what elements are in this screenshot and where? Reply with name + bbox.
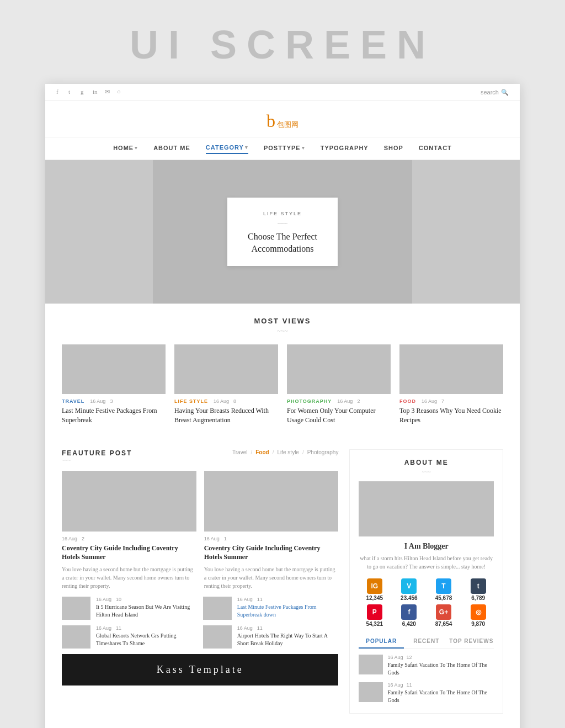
nav-home[interactable]: HOME ▾	[113, 142, 138, 154]
hero-slider: LIFE STYLE ~~~ Choose The Perfect Accomm…	[45, 160, 520, 304]
spl-date-0: 16 Aug	[387, 655, 403, 660]
search-icon[interactable]: 🔍	[501, 89, 509, 96]
mv-meta-3: FOOD 16 Aug 7	[399, 398, 503, 404]
instagram-icon[interactable]: IG	[367, 578, 382, 594]
nav-posttype[interactable]: POSTTYPE ▾	[264, 142, 305, 154]
sp-title-3: Airport Hotels The Right Way To Start A …	[237, 632, 339, 647]
mv-date-val-0: 16 Aug	[90, 398, 105, 404]
logo-b: b	[266, 111, 275, 131]
nav-category-label: CATEGORY	[206, 144, 244, 151]
tab-popular[interactable]: POPULAR	[359, 635, 404, 649]
facebook-icon[interactable]: f	[56, 88, 64, 96]
filter-lifestyle[interactable]: Life style	[277, 449, 299, 455]
mv-date-3: 16 Aug 7	[422, 398, 444, 404]
social-icons-bar: f t g in ✉ ○	[56, 88, 125, 96]
sp-item-1: 16 Aug 11 Last Minute Festive Packages F…	[203, 597, 339, 620]
rss-icon[interactable]: ○	[117, 88, 125, 96]
fp-title-0: Coventry City Guide Including Coventry H…	[62, 544, 196, 562]
two-col-layout: FEAUTURE POST ~~~ Travel / Food / Life s…	[45, 438, 520, 728]
linkedin-icon[interactable]: in	[93, 88, 100, 96]
sp-title-0: It 5 Hurricane Season But We Are Visitin…	[96, 603, 198, 619]
sp-item-3: 16 Aug 11 Airport Hotels The Right Way T…	[203, 625, 339, 649]
spl-img-0	[359, 655, 383, 674]
twitter-stat-icon[interactable]: T	[436, 578, 451, 594]
twitter-icon[interactable]: t	[68, 88, 76, 96]
ss-count-instagram: 12,345	[366, 595, 383, 601]
ss-instagram: IG 12,345	[359, 578, 390, 601]
filter-food[interactable]: Food	[255, 449, 269, 455]
sp-date-0: 16 Aug	[96, 597, 111, 602]
spl-title-0: Family Safari Vacation To The Home Of Th…	[387, 661, 494, 677]
sp-meta-1: 16 Aug 11	[237, 597, 339, 602]
feature-filters: Travel / Food / Life style / Photography	[232, 449, 338, 455]
sidebar-column: ABOUT ME ~~~ I Am Blogger what if a stor…	[349, 449, 503, 722]
pinterest-icon[interactable]: P	[367, 604, 382, 620]
sp-views-1: 11	[257, 597, 263, 602]
filter-sep-2: /	[273, 449, 274, 455]
nav-about[interactable]: ABOUT ME	[153, 142, 190, 154]
sidebar-post-list: 16 Aug 12 Family Safari Vacation To The …	[359, 655, 494, 704]
fp-meta-1: 16 Aug 1	[204, 536, 339, 541]
fp-card-1: 16 Aug 1 Coventry City Guide Including C…	[204, 471, 339, 591]
fp-comments-0: 2	[82, 536, 84, 541]
filter-photography[interactable]: Photography	[307, 449, 339, 455]
fp-date-0: 16 Aug	[62, 536, 77, 541]
nav-contact[interactable]: CONTACT	[419, 142, 452, 154]
mv-img-0	[62, 344, 166, 394]
mv-views-0: 3	[110, 398, 113, 404]
ss-pinterest: P 54,321	[359, 604, 390, 627]
most-views-title: MOST VIEWS	[62, 317, 503, 325]
mv-card-3: FOOD 16 Aug 7 Top 3 Reasons Why You Need…	[399, 344, 503, 425]
spl-item-1: 16 Aug 11 Family Safari Vacation To The …	[359, 682, 494, 704]
ss-facebook: f 6,420	[393, 604, 425, 627]
fp-excerpt-0: You love having a second home but the mo…	[62, 565, 196, 590]
fp-img-1	[204, 471, 339, 532]
gplus-icon[interactable]: G+	[436, 604, 451, 620]
spl-views-1: 11	[406, 682, 412, 688]
about-me-text: what if a storm hits Hilton Head Island …	[359, 554, 494, 571]
mv-img-2	[287, 344, 391, 394]
nav-home-label: HOME	[113, 145, 134, 151]
spl-content-0: 16 Aug 12 Family Safari Vacation To The …	[387, 655, 494, 677]
nav-category[interactable]: CATEGORY ▾	[206, 142, 248, 154]
sp-content-1: 16 Aug 11 Last Minute Festive Packages F…	[237, 597, 339, 619]
mv-meta-1: LIFE STYLE 16 Aug 8	[174, 398, 278, 404]
spl-date-1: 16 Aug	[387, 682, 403, 688]
ss-count-vimeo: 23.456	[401, 595, 418, 601]
email-icon[interactable]: ✉	[105, 88, 113, 96]
nav-typography[interactable]: TYPOGRAPHY	[321, 142, 369, 154]
facebook-stat-icon[interactable]: f	[401, 604, 417, 620]
nav-shop[interactable]: SHOP	[384, 142, 403, 154]
googleplus-icon[interactable]: g	[81, 88, 88, 96]
fp-img-0	[62, 471, 196, 532]
tab-top-reviews[interactable]: TOP REVIEWS	[449, 635, 494, 649]
sp-img-2	[62, 625, 90, 649]
page-background: UI SCREEN f t g in ✉ ○ search 🔍 b 包图网	[0, 0, 565, 728]
nav-shop-label: SHOP	[384, 145, 403, 151]
rss-stat-icon[interactable]: ◎	[471, 604, 486, 620]
filter-travel[interactable]: Travel	[232, 449, 247, 455]
ss-count-gplus: 87,654	[435, 621, 452, 627]
search-bar[interactable]: search 🔍	[481, 89, 509, 96]
sp-views-3: 11	[257, 625, 263, 631]
sp-img-3	[203, 625, 232, 649]
about-me-divider: ~~~	[359, 469, 494, 475]
mv-cat-0: TRAVEL	[62, 398, 84, 404]
tumblr-icon[interactable]: t	[471, 578, 486, 594]
vimeo-icon[interactable]: V	[401, 578, 417, 594]
fp-excerpt-1: You love having a second home but the mo…	[204, 565, 339, 590]
tab-recent[interactable]: RECENT	[404, 635, 449, 649]
most-views-grid: TRAVEL 16 Aug 3 Last Minute Festive Pack…	[62, 344, 503, 425]
most-views-divider: ~~~	[62, 327, 503, 336]
ss-rss: ◎ 9,870	[462, 604, 494, 627]
mv-title-2: For Women Only Your Computer Usage Could…	[287, 406, 391, 425]
sp-title-1[interactable]: Last Minute Festive Packages From Superb…	[237, 603, 339, 619]
sp-meta-3: 16 Aug 11	[237, 625, 339, 631]
ss-twitter: T 45,678	[428, 578, 460, 601]
about-me-section: ABOUT ME ~~~ I Am Blogger what if a stor…	[349, 449, 503, 714]
mv-meta-0: TRAVEL 16 Aug 3	[62, 398, 166, 404]
feature-divider: ~~~	[62, 457, 132, 463]
about-me-title: ABOUT ME	[359, 459, 494, 466]
spl-item-0: 16 Aug 12 Family Safari Vacation To The …	[359, 655, 494, 677]
blogger-name: I Am Blogger	[359, 542, 494, 551]
